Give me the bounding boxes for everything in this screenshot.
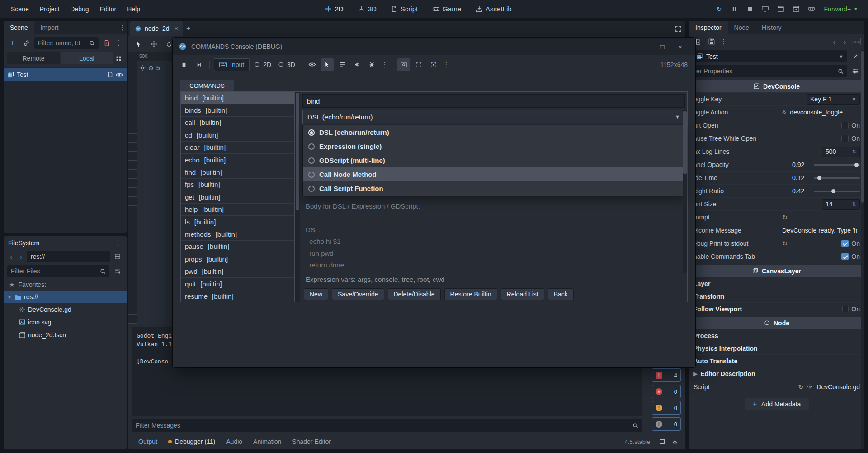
camera-3d-button[interactable]: 3D bbox=[276, 58, 297, 71]
sun-icon[interactable] bbox=[139, 65, 146, 71]
workspace-2d[interactable]: 2D bbox=[319, 3, 349, 15]
filter-properties-input[interactable]: er Properties bbox=[693, 65, 847, 77]
workspace-3d[interactable]: 3D bbox=[353, 3, 382, 15]
action-button[interactable]: Save/Override bbox=[332, 288, 384, 300]
tab-animation[interactable]: Animation bbox=[249, 436, 286, 447]
pause-button[interactable] bbox=[728, 3, 741, 15]
add-node-button[interactable]: + bbox=[7, 38, 18, 48]
type-option[interactable]: Call Script Function bbox=[303, 181, 684, 196]
pause-game-button[interactable] bbox=[178, 58, 190, 71]
toggle-action-field[interactable]: devconsole_toggle bbox=[790, 109, 843, 116]
play-custom-scene-button[interactable] bbox=[790, 3, 802, 15]
info-count-badge[interactable]: i 0 bbox=[652, 417, 681, 431]
property-group[interactable]: Transform bbox=[689, 290, 864, 302]
menu-item[interactable]: Scene bbox=[6, 3, 33, 15]
command-row[interactable]: call [builtin] bbox=[181, 117, 294, 129]
split-view-icon[interactable] bbox=[112, 251, 123, 262]
play-scene-button[interactable] bbox=[774, 3, 787, 15]
close-button[interactable]: × bbox=[671, 38, 689, 55]
command-row[interactable]: clear [builtin] bbox=[181, 142, 294, 154]
tree-item-res[interactable]: ▼ res:// bbox=[4, 291, 127, 303]
error-count-badge[interactable]: ! 4 bbox=[652, 368, 681, 382]
menu-item[interactable]: Help bbox=[123, 3, 145, 15]
command-row[interactable]: help [builtin] bbox=[181, 204, 294, 216]
tab-output[interactable]: Output bbox=[134, 436, 162, 447]
section-node[interactable]: Node bbox=[689, 317, 864, 329]
action-button[interactable]: Restore Builtin bbox=[444, 288, 497, 300]
welcome-message-field[interactable]: DevConsole ready. Type 'h bbox=[782, 227, 857, 234]
window-titlebar[interactable]: COMMANDS Console (DEBUG) — □ × bbox=[173, 38, 695, 55]
run-instances-icon[interactable] bbox=[805, 3, 818, 15]
nav-back-icon[interactable]: ‹ bbox=[7, 253, 15, 261]
filesystem-menu-icon[interactable]: ⋮ bbox=[114, 239, 122, 247]
close-tab-icon[interactable]: × bbox=[175, 25, 178, 32]
save-resource-icon[interactable] bbox=[706, 36, 717, 47]
action-button[interactable]: Back bbox=[548, 288, 574, 300]
property-follow-viewport[interactable]: Follow Viewport On bbox=[689, 302, 864, 315]
checkbox-checked[interactable] bbox=[841, 253, 849, 260]
menu-item[interactable]: Debug bbox=[66, 3, 93, 15]
command-row[interactable]: bind [builtin] bbox=[181, 92, 294, 104]
section-canvaslayer[interactable]: CanvasLayer bbox=[689, 265, 864, 277]
local-button[interactable]: Local bbox=[61, 52, 113, 64]
type-option[interactable]: GDScript (multi-line) bbox=[303, 153, 684, 167]
command-row[interactable]: get [builtin] bbox=[181, 191, 294, 203]
commands-tab[interactable]: COMMANDS bbox=[180, 80, 234, 91]
scene-menu-icon[interactable]: ⋮ bbox=[115, 39, 123, 47]
section-devconsole[interactable]: DevConsole bbox=[689, 80, 864, 92]
command-row[interactable]: ls [builtin] bbox=[181, 216, 294, 228]
error-cross-badge[interactable]: × 0 bbox=[652, 385, 681, 398]
menu-item[interactable]: Editor bbox=[95, 3, 121, 15]
history-forward-icon[interactable]: › bbox=[841, 38, 849, 46]
toolbar-menu-icon[interactable]: ⋮ bbox=[381, 61, 389, 69]
property-options-icon[interactable] bbox=[850, 66, 861, 76]
tab-shader-editor[interactable]: Shader Editor bbox=[288, 436, 335, 447]
select-tool-icon[interactable] bbox=[133, 39, 144, 50]
tab-history[interactable]: History bbox=[755, 21, 788, 34]
move-tool-icon[interactable] bbox=[148, 39, 159, 50]
checkbox[interactable] bbox=[842, 306, 849, 312]
workspace-assetlib[interactable]: AssetLib bbox=[470, 3, 517, 15]
property-group[interactable]: Auto Translate bbox=[689, 354, 864, 367]
fullscreen-icon[interactable] bbox=[427, 58, 440, 71]
command-row[interactable]: fps [builtin] bbox=[181, 179, 294, 191]
debug-options-icon[interactable] bbox=[366, 58, 378, 71]
opacity-slider[interactable] bbox=[814, 164, 860, 166]
checkbox-checked[interactable] bbox=[841, 240, 849, 247]
panel-options-icon[interactable] bbox=[114, 53, 123, 64]
command-body-textarea[interactable]: Body for DSL / Expression / GDScript.DSL… bbox=[300, 196, 687, 273]
tab-node[interactable]: Node bbox=[728, 21, 755, 34]
tab-scene[interactable]: Scene bbox=[4, 21, 34, 34]
warning-count-badge[interactable]: ! 0 bbox=[652, 401, 681, 415]
checkbox[interactable] bbox=[841, 135, 849, 142]
property-group[interactable]: Layer bbox=[689, 277, 864, 290]
remote-button[interactable]: Remote bbox=[7, 52, 60, 64]
action-button[interactable]: Delete/Disable bbox=[388, 288, 441, 300]
property-group[interactable]: Process bbox=[689, 329, 864, 342]
history-back-icon[interactable]: ‹ bbox=[830, 38, 838, 46]
property-group[interactable]: Physics Interpolation bbox=[689, 342, 864, 354]
command-row[interactable]: echo [builtin] bbox=[181, 154, 294, 166]
next-frame-button[interactable] bbox=[193, 58, 205, 71]
type-option[interactable]: Call Node Method bbox=[303, 167, 684, 181]
tab-debugger[interactable]: Debugger (11) bbox=[164, 436, 220, 447]
height-ratio-slider[interactable] bbox=[814, 191, 860, 192]
scene-node-test[interactable]: Test bbox=[4, 68, 127, 81]
command-row[interactable]: pwd [builtin] bbox=[181, 265, 294, 277]
path-field[interactable]: res:// bbox=[27, 251, 110, 262]
minimize-button[interactable]: — bbox=[635, 38, 653, 55]
command-row[interactable]: pause [builtin] bbox=[181, 241, 294, 253]
instance-scene-button[interactable] bbox=[21, 38, 32, 48]
zoom-out-icon[interactable]: ⊖ bbox=[148, 64, 154, 72]
revert-icon[interactable]: ↻ bbox=[782, 214, 788, 221]
scene-tab-node2d[interactable]: node_2d × bbox=[130, 21, 183, 36]
camera-2d-button[interactable]: 2D bbox=[252, 58, 274, 71]
menu-item[interactable]: Project bbox=[35, 3, 64, 15]
group-editor-description[interactable]: ▶ Editor Description bbox=[689, 367, 864, 380]
move-panel-icon[interactable] bbox=[656, 436, 667, 447]
command-row[interactable]: quit [builtin] bbox=[181, 278, 294, 290]
command-row[interactable]: cd [builtin] bbox=[181, 129, 294, 141]
node-selector-dropdown[interactable]: Test ▼ bbox=[693, 50, 847, 62]
visibility-eye-icon[interactable] bbox=[306, 58, 319, 71]
command-type-dropdown[interactable]: DSL (echo/run/return) ▼ bbox=[302, 110, 685, 124]
